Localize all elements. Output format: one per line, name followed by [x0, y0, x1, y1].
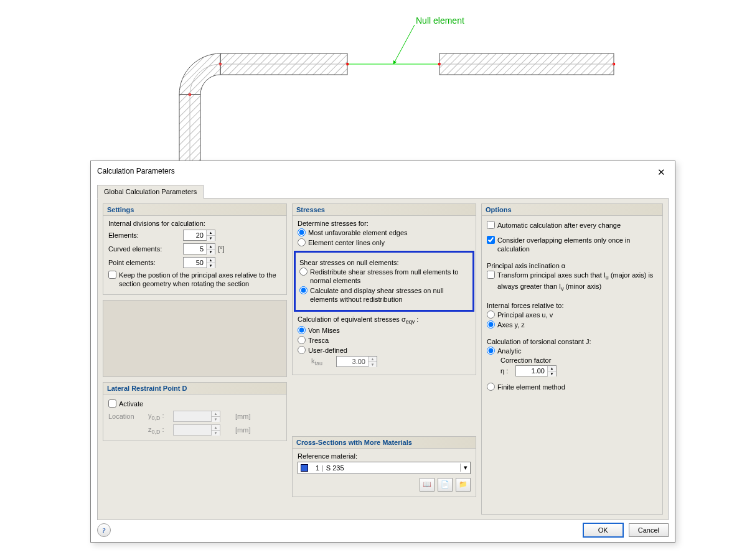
- corr-factor-label: Correction factor: [500, 357, 657, 364]
- radio-analytic[interactable]: [487, 347, 495, 355]
- null-element-label: Null element: [416, 16, 464, 26]
- curved-input[interactable]: [184, 244, 206, 254]
- panel-stresses: Stresses Determine stresses for: Most un…: [292, 203, 476, 375]
- radio-calc-display[interactable]: [299, 286, 308, 294]
- z0d-label: z0,D :: [148, 426, 173, 435]
- z0d-stepper: ▲▼: [173, 424, 220, 436]
- auto-calc-checkbox[interactable]: [487, 221, 495, 229]
- radio-fem-label: Finite element method: [497, 383, 565, 391]
- transform-label: Transform principal axes such that Iu (m…: [497, 271, 657, 293]
- cancel-button[interactable]: Cancel: [629, 523, 669, 537]
- ktau-stepper: ▲▼: [336, 356, 377, 367]
- elements-stepper[interactable]: ▲▼: [183, 230, 215, 241]
- radio-redistribute[interactable]: [299, 268, 308, 276]
- panel-settings: Settings Internal divisions for calculat…: [103, 203, 287, 295]
- radio-axes-yz[interactable]: [487, 320, 495, 329]
- panel-cross-sections: Cross-Sections with More Materials Refer…: [292, 436, 476, 497]
- transform-checkbox[interactable]: [487, 271, 495, 279]
- panel-lateral-title: Lateral Restraint Point D: [103, 383, 286, 394]
- eta-stepper[interactable]: ▲▼: [515, 365, 557, 376]
- spin-up-icon[interactable]: ▲: [207, 230, 215, 236]
- radio-edges-label: Most unfavorable element edges: [308, 228, 408, 237]
- calc-params-dialog: Calculation Parameters ✕ Global Calculat…: [90, 161, 675, 543]
- tors-head: Calculation of torsional constant J:: [487, 338, 657, 345]
- z0d-unit: [mm]: [235, 426, 256, 434]
- keep-position-label: Keep the postion of the principal axes r…: [119, 271, 281, 288]
- y0d-stepper: ▲▼: [173, 411, 220, 422]
- help-button[interactable]: ?: [97, 523, 111, 537]
- radio-edges[interactable]: [298, 228, 306, 236]
- shear-null-highlight: Shear stresses on null elements: Redistr…: [294, 251, 474, 312]
- shear-head: Shear stresses on null elements:: [299, 259, 469, 266]
- eta-input[interactable]: [516, 366, 547, 376]
- eqv-head: Calculation of equivalent stresses σeqv …: [298, 315, 471, 325]
- close-icon: ✕: [657, 167, 665, 177]
- close-button[interactable]: ✕: [651, 162, 671, 180]
- radio-vonmises-label: Von Mises: [308, 326, 340, 335]
- radio-vonmises[interactable]: [298, 326, 306, 334]
- pai-head: Principal axis inclination α: [487, 262, 657, 269]
- auto-calc-label: Automatic calculation after every change: [497, 221, 621, 230]
- z0d-input: [174, 425, 211, 435]
- location-label: Location: [108, 413, 148, 420]
- curved-stepper[interactable]: ▲▼: [183, 243, 215, 254]
- y0d-label: y0,D :: [148, 412, 173, 421]
- radio-axes-yz-label: Axes y, z: [497, 320, 525, 329]
- material-number: 1: [311, 464, 319, 472]
- radio-center-label: Element center lines only: [308, 238, 385, 247]
- y0d-unit: [mm]: [235, 413, 256, 420]
- curved-unit: [°]: [218, 245, 225, 253]
- radio-userdef[interactable]: [298, 346, 306, 354]
- book-icon: 📖: [423, 480, 431, 488]
- panel-lateral-restraint: Lateral Restraint Point D Activate Locat…: [103, 382, 287, 441]
- radio-axes-uv-label: Principal axes u, v: [497, 310, 553, 319]
- placeholder-panel: [103, 300, 287, 377]
- overlap-checkbox[interactable]: [487, 236, 495, 244]
- library-button[interactable]: 📖: [420, 478, 435, 492]
- radio-tresca-label: Tresca: [308, 336, 329, 345]
- determine-label: Determine stresses for:: [298, 220, 471, 227]
- chevron-down-icon[interactable]: ▾: [460, 464, 470, 472]
- material-swatch: [301, 464, 308, 472]
- radio-center[interactable]: [298, 238, 306, 246]
- radio-analytic-label: Analytic: [497, 347, 522, 355]
- ref-material-label: Reference material:: [298, 452, 471, 460]
- settings-intro: Internal divisions for calculation:: [108, 220, 281, 227]
- activate-label: Activate: [119, 399, 143, 408]
- radio-redistribute-label: Redistribute shear stresses from null el…: [310, 268, 469, 285]
- y0d-input: [174, 411, 211, 421]
- folder-icon: 📁: [459, 480, 467, 488]
- keep-position-checkbox[interactable]: [108, 271, 116, 279]
- eta-label: η :: [500, 367, 515, 375]
- svg-line-11: [393, 25, 415, 64]
- elements-input[interactable]: [184, 230, 206, 240]
- panel-options: Options Automatic calculation after ever…: [481, 203, 663, 515]
- curved-label: Curved elements:: [108, 245, 183, 253]
- activate-checkbox[interactable]: [108, 399, 116, 408]
- elements-label: Elements:: [108, 231, 183, 239]
- ktau-label: ktau: [311, 357, 336, 366]
- panel-cross-title: Cross-Sections with More Materials: [293, 437, 476, 449]
- point-label: Point elements:: [108, 259, 183, 266]
- ref-material-combo[interactable]: 1 | S 235 ▾: [298, 462, 471, 474]
- radio-fem[interactable]: [487, 383, 495, 391]
- section-diagram: Null element: [0, 0, 747, 187]
- panel-settings-title: Settings: [103, 204, 286, 216]
- tab-global-params[interactable]: Global Calculation Parameters: [97, 185, 204, 198]
- spin-down-icon[interactable]: ▼: [207, 236, 215, 241]
- radio-calc-display-label: Calculate and display shear stresses on …: [310, 286, 469, 304]
- radio-tresca[interactable]: [298, 336, 306, 344]
- radio-axes-uv[interactable]: [487, 310, 495, 319]
- help-icon: ?: [102, 526, 106, 534]
- edit-material-button[interactable]: 📁: [456, 478, 471, 492]
- forces-head: Internal forces relative to:: [487, 302, 657, 309]
- point-stepper[interactable]: ▲▼: [183, 257, 215, 268]
- point-input[interactable]: [184, 258, 206, 268]
- new-material-button[interactable]: 📄: [438, 478, 453, 492]
- panel-stresses-title: Stresses: [293, 204, 476, 216]
- dialog-title: Calculation Parameters: [97, 161, 175, 181]
- ktau-input: [337, 357, 368, 366]
- panel-options-title: Options: [482, 204, 662, 216]
- new-icon: 📄: [441, 480, 449, 488]
- ok-button[interactable]: OK: [583, 523, 623, 537]
